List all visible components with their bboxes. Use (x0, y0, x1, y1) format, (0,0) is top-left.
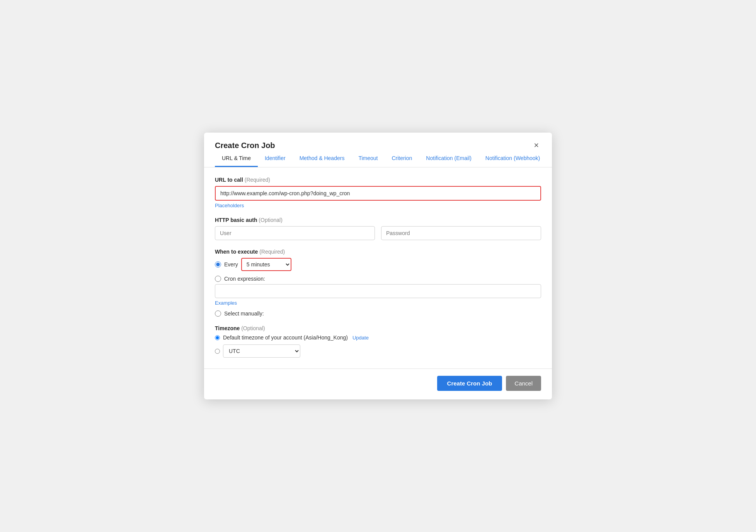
placeholders-link[interactable]: Placeholders (215, 203, 244, 208)
tab-notification-webhook[interactable]: Notification (Webhook) (478, 150, 547, 167)
auth-optional-text: (Optional) (259, 217, 282, 223)
auth-user-input[interactable] (215, 226, 375, 240)
timezone-field-group: Timezone (Optional) Default timezone of … (215, 325, 541, 358)
url-field-group: URL to call (Required) Placeholders (215, 177, 541, 208)
interval-select[interactable]: 5 minutes 10 minutes 15 minutes 30 minut… (241, 258, 291, 271)
timezone-update-link[interactable]: Update (352, 335, 369, 341)
auth-field-label: HTTP basic auth (Optional) (215, 217, 541, 223)
every-label: Every (224, 261, 238, 268)
url-field-label: URL to call (Required) (215, 177, 541, 183)
cron-label: Cron expression: (224, 276, 265, 282)
cron-radio-section: Cron expression: Examples (215, 276, 541, 306)
cron-radio[interactable] (215, 276, 221, 282)
timezone-default-radio[interactable] (215, 335, 220, 340)
execute-field-label: When to execute (Required) (215, 249, 541, 255)
timezone-optional-text: (Optional) (241, 325, 265, 331)
execute-field-group: When to execute (Required) Every 5 minut… (215, 249, 541, 317)
cron-expression-input[interactable] (215, 284, 541, 298)
cron-radio-row: Cron expression: (215, 276, 541, 282)
every-radio[interactable] (215, 261, 221, 268)
dialog-body: URL to call (Required) Placeholders HTTP… (204, 167, 552, 368)
auth-password-input[interactable] (381, 226, 541, 240)
cancel-button[interactable]: Cancel (506, 376, 541, 391)
select-manually-radio[interactable] (215, 310, 221, 317)
auth-inputs-row (215, 226, 541, 240)
tab-timeout[interactable]: Timeout (351, 150, 385, 167)
auth-field-group: HTTP basic auth (Optional) (215, 217, 541, 240)
create-cron-job-dialog: Create Cron Job × URL & Time Identifier … (204, 133, 552, 399)
url-input[interactable] (215, 186, 541, 201)
tab-bar: URL & Time Identifier Method & Headers T… (204, 150, 552, 167)
timezone-default-label: Default timezone of your account (Asia/H… (223, 334, 348, 341)
tab-method-headers[interactable]: Method & Headers (293, 150, 352, 167)
dialog-header: Create Cron Job × (204, 133, 552, 150)
examples-link[interactable]: Examples (215, 300, 237, 306)
timezone-utc-row: UTC America/New_York Europe/London Asia/… (215, 344, 541, 358)
execute-options: Every 5 minutes 10 minutes 15 minutes 30… (215, 258, 541, 317)
create-cron-job-button[interactable]: Create Cron Job (437, 376, 502, 391)
timezone-select[interactable]: UTC America/New_York Europe/London Asia/… (223, 344, 300, 358)
tab-notification-email[interactable]: Notification (Email) (419, 150, 478, 167)
every-radio-row: Every 5 minutes 10 minutes 15 minutes 30… (215, 258, 541, 271)
tab-identifier[interactable]: Identifier (258, 150, 293, 167)
url-required-text: (Required) (245, 177, 270, 183)
select-manually-radio-row: Select manually: (215, 310, 541, 317)
timezone-utc-radio[interactable] (215, 349, 220, 354)
tab-criterion[interactable]: Criterion (385, 150, 419, 167)
tab-url-time[interactable]: URL & Time (215, 150, 258, 167)
timezone-field-label: Timezone (Optional) (215, 325, 541, 331)
dialog-footer: Create Cron Job Cancel (204, 368, 552, 399)
dialog-title: Create Cron Job (215, 141, 275, 150)
close-button[interactable]: × (531, 140, 541, 150)
timezone-default-row: Default timezone of your account (Asia/H… (215, 334, 541, 341)
execute-required-text: (Required) (259, 249, 285, 255)
select-manually-label: Select manually: (224, 310, 264, 317)
